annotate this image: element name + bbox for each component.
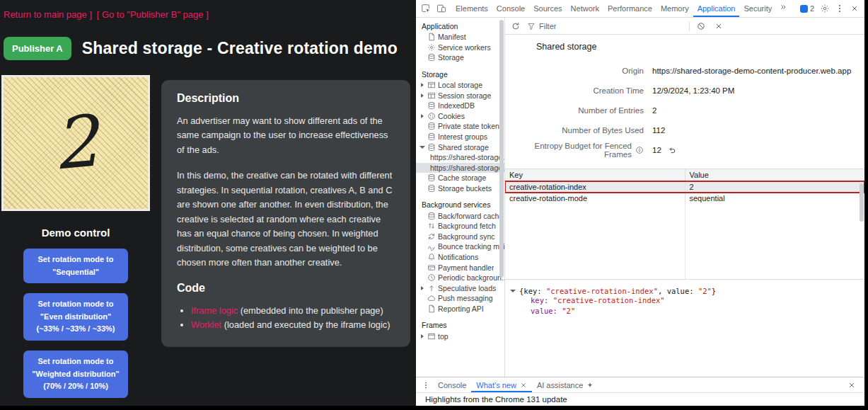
- filter-input[interactable]: Filter: [527, 18, 684, 34]
- publisher-b-link[interactable]: [ Go to "Publisher B" page ]: [97, 9, 209, 20]
- sidebar-item-speculative-loads[interactable]: Speculative loads: [416, 283, 504, 293]
- tab-application[interactable]: Application: [693, 0, 740, 17]
- issues-badge[interactable]: 2: [797, 4, 817, 13]
- drawer-tab-console[interactable]: Console: [433, 377, 471, 392]
- more-tabs-button[interactable]: [776, 0, 790, 14]
- tab-security[interactable]: Security: [739, 0, 776, 17]
- sidebar-scrollbar-thumb[interactable]: [499, 20, 504, 278]
- sidebar-item-storage-buckets[interactable]: Storage buckets: [416, 183, 504, 194]
- close-tab-icon[interactable]: [520, 382, 527, 389]
- tab-memory[interactable]: Memory: [656, 0, 693, 17]
- table-scrollbar-thumb[interactable]: [860, 183, 864, 222]
- collapse-arrow-icon[interactable]: [419, 146, 425, 149]
- block-icon: [697, 22, 705, 30]
- sidebar-item-back-forward-cache[interactable]: Back/forward cache: [416, 210, 504, 221]
- delete-all-button[interactable]: [695, 20, 707, 33]
- bell-icon: [427, 253, 436, 261]
- tab-network[interactable]: Network: [567, 0, 603, 17]
- item-label: Cookies: [438, 112, 465, 120]
- settings-button[interactable]: [818, 1, 832, 16]
- tab-elements[interactable]: Elements: [451, 0, 492, 17]
- worklet-link[interactable]: Worklet: [191, 319, 221, 330]
- set-weighted-distribution-button[interactable]: Set rotation mode to "Weighted distribut…: [23, 351, 128, 398]
- close-devtools-button[interactable]: [847, 1, 862, 16]
- reset-budget-button[interactable]: [668, 146, 676, 154]
- set-even-distribution-button[interactable]: Set rotation mode to "Even distribution"…: [23, 293, 128, 341]
- toolbar-divider: [689, 21, 690, 31]
- expand-arrow-icon[interactable]: [421, 286, 424, 290]
- database-icon: [427, 101, 436, 110]
- info-icon[interactable]: [635, 146, 644, 154]
- button-line: Set rotation mode to: [26, 298, 125, 311]
- item-label: Periodic backgroun...: [438, 273, 504, 282]
- column-header-key[interactable]: Key: [505, 169, 685, 181]
- column-header-value[interactable]: Value: [685, 169, 865, 181]
- table-header: Key Value: [505, 169, 864, 181]
- expand-triangle-icon[interactable]: [510, 290, 516, 292]
- sidebar-item-frame-top[interactable]: top: [416, 331, 504, 341]
- drawer-tab-ai-assistance[interactable]: AI assistance: [532, 377, 598, 392]
- close-icon: [850, 4, 859, 13]
- property-value: "2": [562, 307, 575, 315]
- table-row-creative-rotation-index[interactable]: creative-rotation-index 2: [505, 181, 864, 193]
- refresh-button[interactable]: [509, 20, 522, 33]
- page-nav: Return to main page ] [ Go to "Publisher…: [0, 0, 416, 20]
- entries-table: Key Value creative-rotation-index 2 crea…: [505, 169, 864, 280]
- page-content: 2 Demo control Set rotation mode to "Seq…: [0, 75, 416, 398]
- page-header: Publisher A Shared storage - Creative ro…: [4, 37, 416, 60]
- table-icon: [427, 81, 436, 89]
- device-toolbar-button[interactable]: [434, 1, 449, 16]
- section-storage: Storage: [416, 69, 504, 80]
- drawer-menu-button[interactable]: [419, 378, 433, 392]
- sidebar-item-payment-handler[interactable]: Payment handler: [416, 262, 504, 273]
- return-main-link[interactable]: Return to main page ]: [4, 9, 92, 20]
- expand-arrow-icon[interactable]: [421, 334, 424, 338]
- sidebar-item-private-state-tokens[interactable]: Private state tokens: [416, 121, 504, 132]
- sidebar-item-service-workers[interactable]: Service workers: [416, 42, 504, 53]
- tab-console[interactable]: Console: [492, 0, 529, 17]
- sidebar-item-local-storage[interactable]: Local storage: [416, 80, 504, 91]
- panel-content: Shared storage Origin https://shared-sto…: [505, 35, 864, 377]
- sidebar-item-reporting-api[interactable]: Reporting API: [416, 304, 504, 314]
- sidebar-item-shared-storage-origin-1[interactable]: https://shared-storage...: [416, 152, 504, 163]
- sidebar-item-cookies[interactable]: Cookies: [416, 111, 504, 122]
- sidebar-item-cache-storage[interactable]: Cache storage: [416, 173, 504, 183]
- sidebar-item-session-storage[interactable]: Session storage: [416, 90, 504, 101]
- sidebar-item-background-sync[interactable]: Background sync: [416, 232, 504, 242]
- expand-arrow-icon[interactable]: [421, 83, 424, 87]
- drawer-tab-whats-new[interactable]: What's new: [471, 377, 532, 392]
- tab-performance[interactable]: Performance: [603, 0, 656, 17]
- key-cell: creative-rotation-mode: [505, 193, 685, 204]
- sidebar-item-push-messaging[interactable]: Push messaging: [416, 293, 504, 304]
- sidebar-item-shared-storage[interactable]: Shared storage: [416, 142, 504, 152]
- sidebar-item-storage[interactable]: Storage: [416, 52, 504, 63]
- tab-sources[interactable]: Sources: [529, 0, 566, 17]
- inspect-element-button[interactable]: [419, 1, 433, 16]
- table-row-creative-rotation-mode[interactable]: creative-rotation-mode sequential: [505, 193, 864, 204]
- close-drawer-button[interactable]: [845, 378, 859, 392]
- sidebar-item-interest-groups[interactable]: Interest groups: [416, 132, 504, 142]
- expand-arrow-icon[interactable]: [421, 93, 424, 98]
- tabbar-right-icons: 2: [797, 0, 864, 17]
- page-title: Shared storage - Creative rotation demo: [82, 39, 398, 58]
- devtools-menu-button[interactable]: [833, 1, 847, 16]
- field-value: 112: [652, 126, 665, 135]
- set-sequential-button[interactable]: Set rotation mode to "Sequential": [23, 249, 128, 283]
- field-origin: Origin https://shared-storage-demo-conte…: [505, 61, 864, 81]
- sidebar-item-shared-storage-origin-2[interactable]: https://shared-storage...: [416, 163, 504, 173]
- sidebar-item-background-fetch[interactable]: Background fetch: [416, 221, 504, 232]
- updown-arrows-icon: [427, 222, 436, 230]
- sidebar-item-manifest[interactable]: Manifest: [416, 32, 504, 42]
- item-label: Bounce tracking miti...: [438, 242, 504, 251]
- delete-selected-button[interactable]: [712, 20, 725, 33]
- button-line: (70% / 20% / 10%): [26, 380, 125, 393]
- item-label: Storage buckets: [438, 184, 492, 193]
- sidebar-item-periodic-background-sync[interactable]: Periodic backgroun...: [416, 273, 504, 283]
- expand-arrow-icon[interactable]: [421, 114, 424, 118]
- sidebar-item-indexeddb[interactable]: IndexedDB: [416, 101, 504, 111]
- button-line: "Even distribution": [26, 311, 125, 324]
- sidebar-item-bounce-tracking[interactable]: Bounce tracking miti...: [416, 241, 504, 252]
- sidebar-item-notifications[interactable]: Notifications: [416, 252, 504, 263]
- iframe-logic-link[interactable]: Iframe logic: [191, 305, 238, 316]
- devtools-window: Elements Console Sources Network Perform…: [416, 0, 864, 406]
